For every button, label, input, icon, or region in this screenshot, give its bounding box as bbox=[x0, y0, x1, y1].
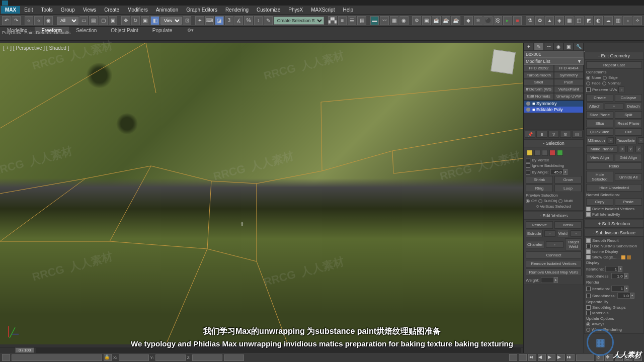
prompt-field[interactable] bbox=[12, 354, 102, 361]
edit-geometry-header[interactable]: Edit Geometry bbox=[584, 52, 644, 60]
menu-rendering[interactable]: Rendering bbox=[221, 6, 253, 14]
mod-preset-vertexpaint[interactable]: VertexPaint bbox=[554, 86, 584, 93]
polygon-subobj[interactable] bbox=[549, 150, 555, 156]
material-editor[interactable]: ◉ bbox=[399, 16, 408, 25]
link-button[interactable]: ⟐ bbox=[25, 16, 33, 25]
selection-filter[interactable]: All bbox=[57, 17, 78, 25]
menu-tools[interactable]: Tools bbox=[37, 6, 56, 14]
remove-iso-button[interactable]: Remove Isolated Vertices bbox=[526, 260, 582, 267]
grid-align-button[interactable]: Grid Align bbox=[615, 154, 642, 161]
keyboard-shortcut[interactable]: ⌨ bbox=[205, 16, 214, 25]
create-tab[interactable]: ✦ bbox=[524, 43, 534, 51]
layers-button[interactable]: ☰ bbox=[348, 16, 356, 25]
px-tool-1[interactable]: ✿ bbox=[535, 16, 544, 25]
msmooth-button[interactable]: MSmooth bbox=[586, 137, 606, 144]
repeat-last-button[interactable]: Repeat Last bbox=[586, 61, 642, 69]
px-tool-5[interactable]: ◫ bbox=[575, 16, 583, 25]
constraint-normal[interactable] bbox=[602, 81, 606, 85]
refcoord-select[interactable]: View bbox=[160, 17, 182, 25]
isoline-check[interactable] bbox=[586, 249, 591, 254]
mod-preset-turbosmooth[interactable]: TurboSmooth bbox=[524, 72, 554, 79]
copy-sel-button[interactable]: Copy bbox=[586, 198, 613, 206]
menu-help[interactable]: Help bbox=[339, 6, 357, 14]
mirror-button[interactable]: ▞▚ bbox=[328, 16, 337, 25]
menu-modifiers[interactable]: Modifiers bbox=[123, 6, 152, 14]
slice-button[interactable]: Slice bbox=[586, 120, 613, 127]
select-button[interactable]: ▭ bbox=[79, 16, 88, 25]
mod-preset-symmetry[interactable]: Symmetry bbox=[554, 72, 584, 79]
menu-group[interactable]: Group bbox=[57, 6, 79, 14]
layer-explorer[interactable]: ▤ bbox=[357, 16, 366, 25]
cut-button[interactable]: Cut bbox=[615, 128, 642, 136]
modifier-stack[interactable]: ■ Symmetry■ Editable Poly bbox=[524, 100, 584, 130]
update-rendering[interactable] bbox=[586, 328, 590, 332]
current-frame[interactable] bbox=[576, 354, 594, 361]
align-button[interactable]: ≡ bbox=[338, 16, 347, 25]
stack-item-editable-poly[interactable]: ■ Editable Poly bbox=[524, 107, 583, 113]
px-tool-4[interactable]: ▦ bbox=[565, 16, 574, 25]
active-shade[interactable]: ☕ bbox=[451, 16, 460, 25]
snap-3[interactable]: 3 bbox=[225, 16, 233, 25]
render-iter[interactable]: ☕ bbox=[442, 16, 450, 25]
ignore-backfacing-check[interactable] bbox=[526, 163, 530, 168]
mod-preset-unwrap-uvw[interactable]: Unwrap UVW bbox=[554, 93, 584, 100]
display-smooth-spinner[interactable]: ▴ bbox=[624, 273, 628, 279]
curve-editor[interactable]: 〰 bbox=[380, 16, 388, 25]
menu-customize[interactable]: Customize bbox=[253, 6, 284, 14]
menu-graph-editors[interactable]: Graph Editors bbox=[182, 6, 221, 14]
menu-edit[interactable]: Edit bbox=[20, 6, 37, 14]
time-ruler[interactable] bbox=[36, 348, 521, 353]
select-manipulate[interactable]: ✦ bbox=[195, 16, 204, 25]
viewport[interactable]: [ + ] [ Perspective ] [ Shaded ] + │╱─ bbox=[0, 43, 523, 344]
ribbon-toggle[interactable]: ▬ bbox=[370, 16, 379, 25]
element-subobj[interactable] bbox=[557, 150, 563, 156]
loop-button[interactable]: Loop bbox=[554, 185, 582, 192]
tessellate-button[interactable]: Tessellate bbox=[615, 137, 636, 144]
chamfer-button[interactable]: Chamfer bbox=[526, 241, 544, 248]
script-listener[interactable] bbox=[2, 354, 10, 361]
shrink-button[interactable]: Shrink bbox=[526, 176, 553, 184]
motion-tab[interactable]: ◉ bbox=[553, 43, 564, 51]
window-crossing-button[interactable]: ▣ bbox=[109, 16, 117, 25]
schematic-view[interactable]: ▦ bbox=[390, 16, 398, 25]
quickslice-button[interactable]: QuickSlice bbox=[586, 128, 613, 136]
rendered-frame[interactable]: ▣ bbox=[422, 16, 431, 25]
menu-animation[interactable]: Animation bbox=[152, 6, 182, 14]
planar-x[interactable]: X bbox=[619, 146, 625, 152]
view-align-button[interactable]: View Align bbox=[586, 154, 613, 161]
full-interactivity-check[interactable] bbox=[586, 212, 591, 217]
planar-z[interactable]: Z bbox=[635, 146, 642, 152]
undo-button[interactable]: ↶ bbox=[2, 16, 11, 25]
render-smooth-spinner[interactable]: ▴ bbox=[630, 293, 634, 299]
time-slider[interactable]: 0 / 100 bbox=[15, 347, 34, 353]
selection-header[interactable]: Selection bbox=[524, 139, 584, 147]
update-always[interactable] bbox=[586, 322, 590, 326]
redo-button[interactable]: ↷ bbox=[12, 16, 20, 25]
mod-preset-push[interactable]: Push bbox=[554, 79, 584, 86]
mod-preset-ffd-2x2x2[interactable]: FFD 2x2x2 bbox=[524, 65, 554, 72]
snap-percent[interactable]: % bbox=[244, 16, 253, 25]
next-frame[interactable]: ▶ bbox=[557, 354, 565, 361]
px-tool-9[interactable]: ▥ bbox=[614, 16, 622, 25]
object-name-field[interactable] bbox=[524, 51, 584, 58]
mod-preset-ffd-4x4x4[interactable]: FFD 4x4x4 bbox=[554, 65, 584, 72]
vertex-subobj[interactable] bbox=[527, 150, 533, 156]
goto-start[interactable]: ⏮ bbox=[528, 354, 536, 361]
angle-spinner[interactable]: ▴ bbox=[564, 169, 568, 175]
lock-button[interactable]: 🔒 bbox=[104, 354, 112, 361]
px-tool-11[interactable]: ✧ bbox=[633, 16, 642, 25]
paste-sel-button[interactable]: Paste bbox=[615, 198, 642, 206]
px-sim[interactable]: ▸ bbox=[503, 16, 512, 25]
play-button[interactable]: ▶ bbox=[547, 354, 555, 361]
slice-plane-button[interactable]: Slice Plane bbox=[586, 111, 613, 119]
named-sel-dropdown[interactable]: Create Selection Se bbox=[274, 17, 324, 25]
pivot-button[interactable]: ⊡ bbox=[183, 16, 191, 25]
modifier-list[interactable]: Modifier List▼ bbox=[524, 58, 584, 65]
extrude-button[interactable]: Extrude bbox=[526, 230, 543, 237]
render-iter-spinner[interactable]: ▴ bbox=[624, 286, 628, 292]
menu-create[interactable]: Create bbox=[100, 6, 123, 14]
snap-angle[interactable]: ∡ bbox=[234, 16, 243, 25]
goto-end[interactable]: ⏭ bbox=[567, 354, 575, 361]
y-coord[interactable] bbox=[155, 354, 186, 361]
edit-vertices-header[interactable]: Edit Vertices bbox=[524, 212, 584, 220]
